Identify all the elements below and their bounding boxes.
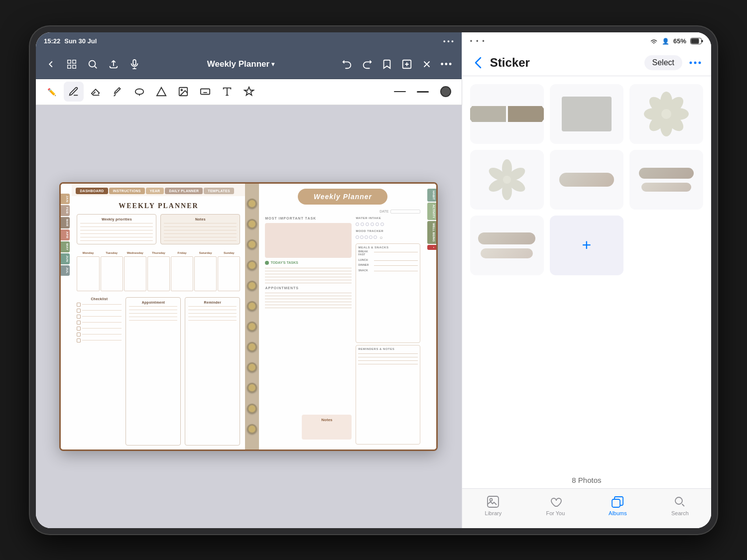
svg-marker-9 — [157, 88, 166, 96]
al-1 — [129, 306, 177, 307]
close-button[interactable] — [418, 55, 436, 73]
check-item-7 — [77, 338, 122, 342]
eraser-tool[interactable] — [86, 82, 106, 102]
notes-box: Notes — [160, 214, 240, 244]
status-date: Sun 30 Jul — [64, 37, 97, 45]
day-tue: Tuesday — [101, 250, 123, 255]
tab-item-for-you[interactable]: For You — [538, 495, 573, 516]
month-tab-jan[interactable]: JAN — [61, 194, 70, 205]
grid-button[interactable] — [63, 55, 81, 73]
day-col-mon — [77, 256, 99, 291]
bookmark-button[interactable] — [378, 55, 396, 73]
aptl-1 — [265, 293, 352, 293]
appts-label: APPOINTMENTS — [265, 286, 352, 290]
rtab-extra[interactable]: • — [427, 245, 436, 250]
scribble-tool[interactable]: ✏️ — [42, 82, 62, 102]
tab-item-albums[interactable]: Albums — [600, 495, 635, 516]
cb-6[interactable] — [77, 333, 81, 336]
aptl-6 — [265, 308, 352, 308]
month-tab-may[interactable]: MAY — [61, 241, 70, 252]
lasso-tool[interactable] — [129, 82, 149, 102]
text-tool[interactable] — [217, 82, 237, 102]
undo-button[interactable] — [338, 55, 356, 73]
tab-item-library[interactable]: Library — [476, 495, 510, 516]
back-button[interactable] — [42, 55, 60, 73]
rrl-1 — [358, 353, 418, 354]
nav-tab-daily[interactable]: DAILY PLANNER — [165, 188, 203, 194]
share-button[interactable] — [105, 55, 123, 73]
notes-sticky-label: Notes — [305, 418, 349, 422]
cb-7[interactable] — [77, 338, 81, 342]
shape-tool[interactable] — [151, 82, 171, 102]
nav-tabs: DASHBOARD INSTRUCTIONS YEAR DAILY PLANNE… — [72, 184, 245, 196]
element-tool[interactable] — [239, 82, 259, 102]
nav-tab-year[interactable]: YEAR — [146, 188, 164, 194]
n-line-2 — [164, 226, 237, 227]
right-month-tabs: HABIT ACTIVITY WELL BEING • — [427, 189, 436, 250]
redo-button[interactable] — [358, 55, 376, 73]
sticker-cell-3[interactable] — [629, 84, 703, 144]
notes-sticky: Notes — [302, 415, 352, 440]
tasks-text: TODAY'S TASKS — [270, 261, 298, 264]
main-toolbar: Weekly Planner ▾ — [36, 50, 462, 79]
keyboard-tool[interactable] — [195, 82, 215, 102]
aptl-2 — [265, 296, 352, 296]
cb-5[interactable] — [77, 327, 81, 331]
color-picker-btn[interactable] — [436, 82, 456, 102]
month-tab-mar[interactable]: MAR — [61, 217, 70, 228]
month-tab-jul[interactable]: JUL — [61, 265, 70, 276]
search-button[interactable] — [84, 55, 102, 73]
cb-4[interactable] — [77, 321, 81, 325]
tl-4 — [265, 277, 352, 277]
highlighter-tool[interactable] — [108, 82, 127, 102]
tab-item-search[interactable]: Search — [662, 495, 697, 516]
wd-2 — [361, 223, 364, 226]
sticker-cell-4[interactable] — [470, 150, 544, 210]
brush-4 — [481, 248, 533, 258]
month-tab-feb[interactable]: FEB — [61, 205, 70, 216]
add-page-button[interactable] — [398, 55, 416, 73]
reminder-lines-right — [358, 353, 418, 364]
more-options-button[interactable]: ••• — [438, 55, 456, 73]
month-tab-apr[interactable]: APR — [61, 229, 70, 240]
rtab-activity[interactable]: ACTIVITY — [427, 203, 436, 220]
day-sun: Sunday — [218, 250, 240, 255]
albums-label: Albums — [609, 510, 627, 516]
mic-button[interactable] — [125, 55, 143, 73]
cb-3[interactable] — [77, 315, 81, 319]
right-page: HABIT ACTIVITY WELL BEING • Weekly Plann… — [259, 184, 436, 449]
line-3 — [80, 230, 153, 230]
medium-line-btn[interactable] — [413, 82, 433, 102]
cb-2[interactable] — [77, 309, 81, 313]
thin-line-btn[interactable] — [390, 82, 410, 102]
cb-1[interactable] — [77, 303, 81, 307]
line-6 — [80, 240, 153, 241]
image-tool[interactable] — [173, 82, 193, 102]
sticker-cell-6[interactable] — [629, 150, 703, 210]
more-button[interactable] — [687, 55, 703, 71]
sticker-cell-add[interactable]: + — [550, 216, 623, 275]
nav-tab-instructions[interactable]: INSTRUCTIONS — [109, 188, 145, 194]
nav-tab-dashboard[interactable]: DASHBOARD — [76, 188, 108, 194]
month-tabs-left: JAN FEB MAR APR MAY JUN JUL — [61, 194, 70, 276]
sticker-cell-2[interactable] — [550, 84, 623, 144]
nav-tab-templates[interactable]: TEMPLATES — [204, 188, 234, 194]
photos-back-button[interactable] — [470, 55, 486, 71]
breakfast-label: BREAK FAST — [358, 250, 372, 256]
sticker-cell-5[interactable] — [550, 150, 623, 210]
month-tab-jun[interactable]: JUN — [61, 253, 70, 264]
photos-count: 8 Photos — [462, 472, 711, 488]
ring-1 — [247, 199, 257, 209]
svg-point-36 — [503, 176, 511, 184]
sticker-cell-7[interactable] — [470, 216, 544, 275]
rtab-wellbeing[interactable]: WELL BEING — [427, 221, 436, 244]
sticker-cell-1[interactable] — [470, 84, 544, 144]
rtab-habit[interactable]: HABIT — [427, 189, 436, 202]
svg-point-17 — [694, 62, 697, 64]
select-button[interactable]: Select — [644, 55, 682, 70]
flower-2-svg — [485, 157, 529, 202]
wd-6 — [380, 223, 384, 226]
mc-4 — [369, 235, 373, 239]
al-5 — [129, 320, 177, 321]
pen-tool[interactable] — [64, 82, 84, 102]
